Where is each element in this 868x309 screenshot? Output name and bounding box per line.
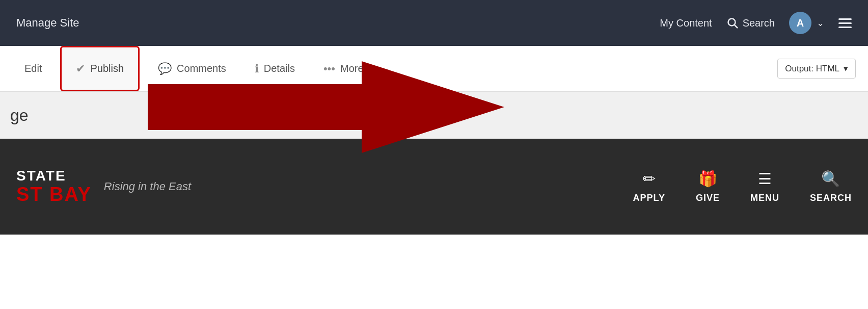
svg-point-0 <box>728 19 735 26</box>
edit-label: Edit <box>24 63 42 74</box>
admin-bar: Manage Site My Content Search A ⌄ <box>0 0 868 46</box>
details-label: Details <box>264 63 295 74</box>
university-bar: STATE ST BAY Rising in the East ✏ APPLY … <box>0 139 868 235</box>
state-text: STATE <box>16 168 92 184</box>
search-label: Search <box>743 17 775 29</box>
give-label: GIVE <box>696 193 720 203</box>
output-dropdown[interactable]: Output: HTML ▾ <box>777 59 856 79</box>
hamburger-line-2 <box>838 22 852 24</box>
ellipsis-icon: ••• <box>323 62 335 75</box>
search-footer-label: SEARCH <box>810 193 852 203</box>
search-group[interactable]: Search <box>726 17 775 29</box>
my-content-link[interactable]: My Content <box>660 17 712 29</box>
edit-tab[interactable]: Edit <box>10 46 56 91</box>
more-tab[interactable]: ••• More <box>309 46 378 91</box>
hamburger-line-3 <box>838 27 852 28</box>
screen-wrapper: Manage Site My Content Search A ⌄ <box>0 0 868 309</box>
menu-label: MENU <box>750 193 779 203</box>
page-content: ge <box>0 92 868 139</box>
admin-bar-right: My Content Search A ⌄ <box>660 12 852 34</box>
hamburger-line-1 <box>838 18 852 20</box>
chevron-down-icon[interactable]: ⌄ <box>817 17 824 29</box>
toolbar-left: Edit ✔︎ Publish 💬 Comments ℹ Details •••… <box>0 46 378 91</box>
toolbar: Edit ✔︎ Publish 💬 Comments ℹ Details •••… <box>0 46 868 92</box>
search-footer-icon: 🔍 <box>821 170 840 188</box>
give-icon: 🎁 <box>698 170 717 188</box>
menu-action[interactable]: ☰ MENU <box>750 170 779 203</box>
university-logo: STATE ST BAY <box>16 168 92 205</box>
apply-icon: ✏ <box>643 170 656 188</box>
search-action[interactable]: 🔍 SEARCH <box>810 170 852 203</box>
give-action[interactable]: 🎁 GIVE <box>696 170 720 203</box>
manage-site-label[interactable]: Manage Site <box>16 16 79 30</box>
university-actions: ✏ APPLY 🎁 GIVE ☰ MENU 🔍 SEARCH <box>633 170 852 203</box>
publish-tab[interactable]: ✔︎ Publish <box>60 46 140 91</box>
menu-icon: ☰ <box>758 170 772 188</box>
page-label: ge <box>10 106 29 125</box>
comments-tab[interactable]: 💬 Comments <box>144 46 240 91</box>
university-tagline: Rising in the East <box>104 180 191 193</box>
toolbar-right: Output: HTML ▾ <box>777 59 868 79</box>
apply-action[interactable]: ✏ APPLY <box>633 170 665 203</box>
publish-label: Publish <box>90 63 124 74</box>
output-label: Output: HTML <box>785 64 839 74</box>
avatar[interactable]: A <box>789 12 811 34</box>
apply-label: APPLY <box>633 193 665 203</box>
comments-label: Comments <box>177 63 226 74</box>
comments-icon: 💬 <box>158 62 172 75</box>
output-chevron-icon: ▾ <box>844 63 848 74</box>
svg-line-1 <box>735 25 738 28</box>
search-icon <box>726 17 739 29</box>
details-icon: ℹ <box>255 62 259 75</box>
bay-text: ST BAY <box>16 184 92 205</box>
hamburger-menu[interactable] <box>838 18 852 28</box>
more-label: More <box>340 63 364 74</box>
publish-icon: ✔︎ <box>76 62 85 75</box>
details-tab[interactable]: ℹ Details <box>240 46 309 91</box>
